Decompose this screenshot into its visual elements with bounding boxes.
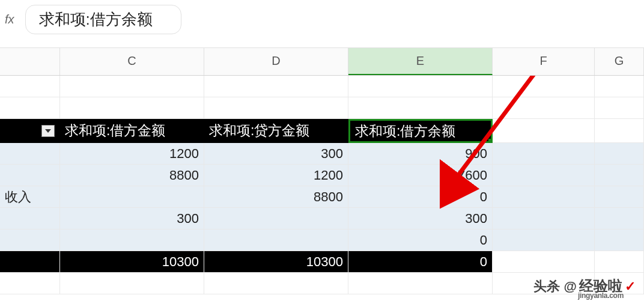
cell[interactable]: 10300 [204, 251, 348, 273]
cell[interactable] [595, 186, 644, 208]
table-row: 收入 8800 0 [0, 186, 644, 208]
cell[interactable] [60, 273, 204, 294]
cell[interactable] [60, 186, 204, 208]
cell[interactable]: 1200 [60, 143, 204, 165]
cell[interactable] [493, 165, 595, 186]
cell[interactable] [493, 143, 595, 165]
cell[interactable] [493, 230, 595, 251]
cell[interactable] [0, 230, 60, 251]
cell[interactable]: 1200 [204, 165, 348, 186]
cell[interactable]: 0 [348, 186, 493, 208]
formula-bar: fx 求和项:借方余额 [0, 0, 644, 48]
cell[interactable] [204, 273, 348, 294]
cell[interactable] [595, 119, 644, 143]
table-row: 300 300 [0, 208, 644, 230]
cell[interactable] [0, 208, 60, 230]
cell[interactable] [0, 273, 60, 294]
cell[interactable]: 300 [348, 208, 493, 230]
pivot-header-d[interactable]: 求和项:贷方金额 [204, 119, 348, 143]
check-icon: ✓ [625, 279, 636, 294]
cell[interactable]: 300 [204, 143, 348, 165]
table-row: 0 [0, 230, 644, 251]
pivot-header-c[interactable]: 求和项:借方金额 [60, 119, 204, 143]
cell[interactable] [0, 143, 60, 165]
blank-row [0, 76, 644, 97]
cell[interactable]: 900 [348, 143, 493, 165]
col-header-g[interactable]: G [595, 48, 644, 75]
cell[interactable] [204, 76, 348, 97]
cell[interactable] [595, 97, 644, 119]
cell[interactable] [348, 273, 493, 294]
watermark-site: jingyanla.com [578, 292, 624, 299]
cell[interactable] [493, 119, 595, 143]
col-header-b[interactable] [0, 48, 60, 75]
table-row: 1200 300 900 [0, 143, 644, 165]
watermark: 头杀 @ 经验啦 jingyanla.com ✓ [533, 278, 636, 300]
pivot-header-row: 求和项:借方金额 求和项:贷方金额 求和项:借方余额 [0, 119, 644, 143]
filter-dropdown-icon[interactable] [41, 125, 55, 137]
cell[interactable] [0, 251, 60, 273]
table-row: 8800 1200 7600 [0, 165, 644, 186]
cell[interactable]: 收入 [0, 186, 60, 208]
blank-row [0, 97, 644, 119]
pivot-filter-cell[interactable] [0, 119, 60, 143]
cell[interactable] [595, 208, 644, 230]
cell[interactable]: 8800 [60, 165, 204, 186]
col-header-e[interactable]: E [348, 48, 493, 75]
cell[interactable] [595, 230, 644, 251]
cell[interactable] [348, 97, 493, 119]
watermark-prefix: 头杀 @ [533, 278, 577, 296]
cell[interactable] [595, 76, 644, 97]
cell[interactable] [0, 97, 60, 119]
cell[interactable]: 300 [60, 208, 204, 230]
column-headers: C D E F G [0, 48, 644, 76]
cell[interactable] [348, 76, 493, 97]
cell[interactable]: 0 [348, 251, 493, 273]
cell[interactable] [595, 143, 644, 165]
svg-marker-0 [45, 129, 51, 133]
col-header-c[interactable]: C [60, 48, 204, 75]
cell[interactable] [204, 97, 348, 119]
fx-label: fx [5, 13, 14, 26]
cell[interactable] [60, 76, 204, 97]
cell[interactable] [595, 165, 644, 186]
cell[interactable] [493, 186, 595, 208]
pivot-header-e[interactable]: 求和项:借方余额 [348, 119, 493, 143]
cell[interactable]: 7600 [348, 165, 493, 186]
spreadsheet-grid: 求和项:借方金额 求和项:贷方金额 求和项:借方余额 1200 300 900 … [0, 76, 644, 294]
cell[interactable] [60, 97, 204, 119]
cell[interactable] [493, 208, 595, 230]
col-header-f[interactable]: F [493, 48, 595, 75]
cell[interactable] [493, 251, 595, 273]
cell[interactable] [0, 165, 60, 186]
cell[interactable] [204, 230, 348, 251]
cell[interactable] [60, 230, 204, 251]
cell[interactable]: 8800 [204, 186, 348, 208]
cell[interactable] [493, 76, 595, 97]
formula-input[interactable]: 求和项:借方余额 [25, 5, 181, 34]
cell[interactable] [0, 76, 60, 97]
col-header-d[interactable]: D [204, 48, 348, 75]
cell[interactable] [595, 251, 644, 273]
cell[interactable] [204, 208, 348, 230]
cell[interactable]: 0 [348, 230, 493, 251]
pivot-total-row: 10300 10300 0 [0, 251, 644, 273]
cell[interactable] [493, 97, 595, 119]
cell[interactable]: 10300 [60, 251, 204, 273]
